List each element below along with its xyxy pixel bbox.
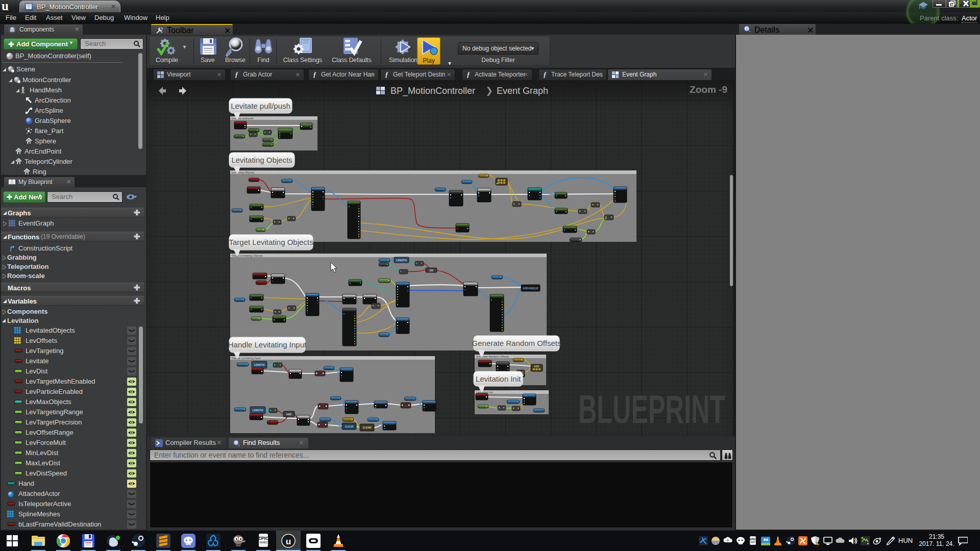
svg-text:GAMES: GAMES (259, 541, 267, 544)
svg-text:CLEAR: CLEAR (362, 426, 372, 429)
svg-text:Levitating Objects: Levitating Objects (232, 171, 254, 174)
svg-text:AND: AND (286, 413, 292, 416)
svg-text:!: ! (818, 542, 818, 545)
svg-text:ADD: ADD (534, 365, 540, 368)
svg-text:ADDUNIQUE: ADDUNIQUE (523, 287, 538, 290)
svg-text:GAMES: GAMES (750, 541, 756, 543)
svg-text:Levitate pull/push: Levitate pull/push (231, 102, 290, 110)
svg-text:LENGTH: LENGTH (396, 259, 407, 262)
svg-text:Handle Levitating Input: Handle Levitating Input (228, 340, 307, 349)
svg-text:Levitating Objects: Levitating Objects (231, 156, 292, 164)
svg-text:EPIC: EPIC (258, 536, 269, 541)
svg-text:BLUEPRINT: BLUEPRINT (578, 391, 725, 428)
svg-text:i: i (746, 27, 747, 31)
svg-text:EPIC: EPIC (750, 538, 756, 541)
svg-text:LENGTH: LENGTH (253, 409, 263, 412)
svg-text:Target Levitating Objects: Target Levitating Objects (229, 238, 313, 246)
svg-text:Generate Random Offsets: Generate Random Offsets (472, 339, 561, 347)
svg-text:LENGTH: LENGTH (254, 363, 265, 366)
svg-text:Levitate pull/push: Levitate pull/push (232, 117, 254, 120)
svg-text:Levitation Init: Levitation Init (476, 374, 521, 383)
svg-text:u: u (286, 537, 291, 546)
svg-text:OR: OR (429, 269, 433, 272)
svg-text:CLEAR: CLEAR (345, 425, 354, 428)
svg-text:ƒ: ƒ (9, 245, 13, 252)
